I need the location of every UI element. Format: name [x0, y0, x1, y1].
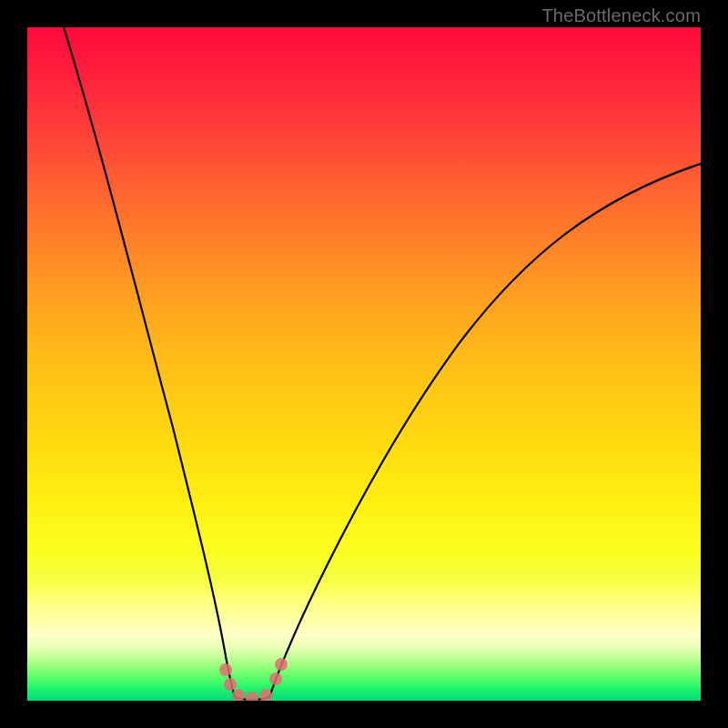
- left-branch: [64, 27, 235, 697]
- plot-area: [27, 27, 701, 701]
- marker-dot: [275, 658, 288, 671]
- marker-dot: [269, 672, 282, 685]
- watermark-text: TheBottleneck.com: [541, 5, 701, 26]
- marker-dot: [246, 692, 258, 701]
- marker-dot: [259, 689, 272, 701]
- marker-dot: [224, 678, 237, 691]
- curve-layer: [27, 27, 701, 701]
- right-branch: [269, 164, 701, 697]
- chart-frame: TheBottleneck.com: [0, 0, 728, 728]
- marker-dot: [219, 663, 232, 676]
- trough-markers: [219, 658, 288, 701]
